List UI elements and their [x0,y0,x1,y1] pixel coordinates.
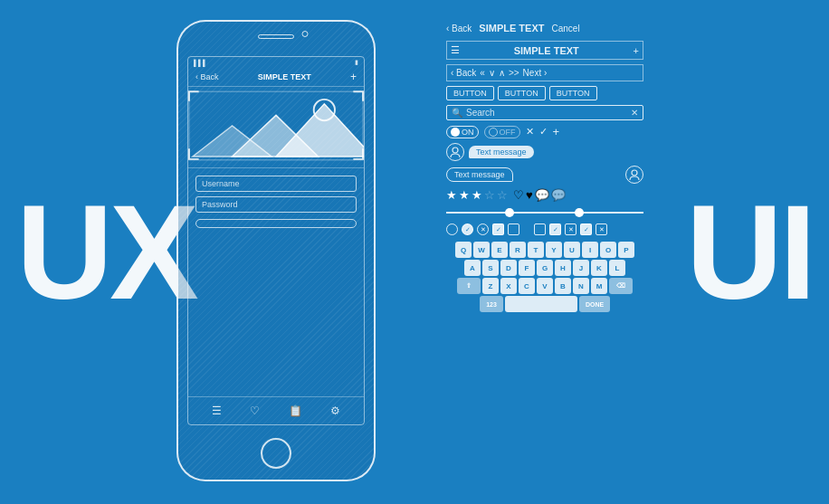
mountains-svg [188,90,364,162]
button-row: BUTTON BUTTON BUTTON [446,86,643,100]
key-w[interactable]: W [473,242,490,258]
cross-icon[interactable]: ✕ [526,126,534,138]
ui-components-panel: ‹ Back SIMPLE TEXT Cancel ☰ SIMPLE TEXT … [446,20,643,312]
back-button[interactable]: ‹ Back [446,24,472,33]
checkbox-row: ✓ ✕ ✓ ✓ ✕ ✓ ✕ [446,223,643,235]
heart-outline-icon[interactable]: ♡ [513,188,524,202]
key-e[interactable]: E [491,242,508,258]
key-f[interactable]: F [519,260,535,276]
key-o[interactable]: O [600,242,616,258]
rewind-icon[interactable]: « [480,68,485,78]
phone-form: Username Password [188,168,364,235]
radio-3[interactable]: ✕ [477,223,489,235]
key-v[interactable]: V [537,278,553,294]
forward-icon[interactable]: >> [509,68,519,78]
key-z[interactable]: Z [482,278,499,294]
keyboard-row-1: Q W E R T Y U I O P [446,242,643,258]
button-1[interactable]: BUTTON [446,86,494,100]
checkbox-2[interactable] [508,223,519,235]
radio-2-checked[interactable]: ✓ [462,223,473,235]
off-label: OFF [500,128,516,137]
key-h[interactable]: H [555,260,571,276]
star-5[interactable]: ☆ [497,188,508,202]
toggle-off[interactable]: OFF [484,126,520,138]
up-icon[interactable]: ∧ [499,68,505,78]
phone-nav-bar: ‹ Back SIMPLE TEXT + [188,68,364,87]
hamburger-icon[interactable]: ☰ [451,44,460,56]
checkbox-3[interactable] [534,223,546,235]
star-2[interactable]: ★ [459,188,470,202]
checkbox-5[interactable]: ✕ [565,223,576,235]
key-c[interactable]: C [519,278,535,294]
key-y[interactable]: Y [546,242,562,258]
checkbox-6-checked[interactable]: ✓ [580,223,592,235]
back-btn[interactable]: ‹ Back [195,72,219,81]
search-bar[interactable]: 🔍 Search ✕ [446,105,643,120]
menu-icon[interactable]: ☰ [212,404,222,417]
heart-icon[interactable]: ♡ [250,404,260,417]
add-icon-2[interactable]: + [553,125,560,138]
check-icon[interactable]: ✓ [539,126,548,138]
star-1[interactable]: ★ [446,188,457,202]
signal-icon: ▌▌▌ [194,60,207,66]
on-label: ON [462,128,474,137]
ui-label: UI [686,185,813,319]
list-icon[interactable]: 📋 [289,404,302,417]
key-k[interactable]: K [591,260,607,276]
key-a[interactable]: A [464,260,481,276]
key-l[interactable]: L [609,260,625,276]
chat-icon-2[interactable]: 💬 [551,188,566,202]
key-n[interactable]: N [573,278,589,294]
star-3[interactable]: ★ [472,188,482,202]
slider-track [446,212,643,214]
key-j[interactable]: J [573,260,589,276]
settings-icon[interactable]: ⚙ [330,404,340,417]
slider-thumb-1[interactable] [505,208,514,217]
clear-icon[interactable]: ✕ [631,108,638,118]
login-button[interactable] [195,219,357,228]
button-3[interactable]: BUTTON [549,86,597,100]
chat-icon-1[interactable]: 💬 [535,188,549,202]
key-g[interactable]: G [537,260,553,276]
next-button[interactable]: Next › [523,68,548,78]
key-u[interactable]: U [564,242,580,258]
add-icon[interactable]: + [634,45,639,56]
radio-1[interactable] [446,223,458,235]
down-icon[interactable]: ∨ [489,68,495,78]
checkbox-4-checked[interactable]: ✓ [549,223,561,235]
button-2[interactable]: BUTTON [498,86,546,100]
plus-btn[interactable]: + [350,71,357,83]
key-i[interactable]: I [582,242,598,258]
key-q[interactable]: Q [455,242,472,258]
phone-speaker [258,34,294,39]
heart-filled-icon[interactable]: ♥ [526,188,533,202]
toggle-on[interactable]: ON [446,126,479,138]
cancel-button[interactable]: Cancel [551,24,579,33]
key-done[interactable]: DONE [579,296,610,312]
keyboard-row-2: A S D F G H J K L [446,260,643,276]
slider-thumb-2[interactable] [575,208,584,217]
key-r[interactable]: R [510,242,526,258]
password-field[interactable]: Password [195,196,357,213]
key-s[interactable]: S [482,260,499,276]
key-delete[interactable]: ⌫ [609,278,633,294]
top-nav-bar: ‹ Back SIMPLE TEXT Cancel [446,20,643,36]
key-123[interactable]: 123 [480,296,503,312]
checkbox-1-checked[interactable]: ✓ [492,223,504,235]
key-t[interactable]: T [528,242,544,258]
username-field[interactable]: Username [195,176,357,192]
key-x[interactable]: X [500,278,517,294]
star-4[interactable]: ☆ [484,188,495,202]
key-shift[interactable]: ⇧ [457,278,481,294]
avatar-icon-left [449,146,462,158]
prev-back[interactable]: ‹ Back [451,68,476,78]
key-space[interactable] [505,296,577,312]
slider-row[interactable] [446,206,643,219]
home-button[interactable] [261,438,291,469]
key-m[interactable]: M [591,278,607,294]
checkbox-7[interactable]: ✕ [596,223,607,235]
chat-bubble-left-row: Text message [446,166,643,184]
key-b[interactable]: B [555,278,571,294]
key-p[interactable]: P [618,242,634,258]
key-d[interactable]: D [500,260,517,276]
